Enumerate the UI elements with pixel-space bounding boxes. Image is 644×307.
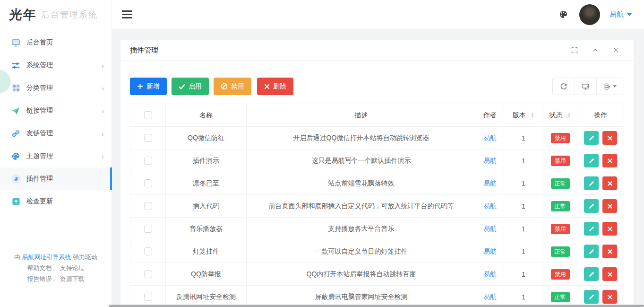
sort-icon[interactable]: ▲▼	[531, 113, 534, 118]
row-checkbox[interactable]	[144, 134, 152, 142]
status-cell: 正常	[543, 240, 577, 263]
author-link[interactable]: 易航	[483, 293, 497, 301]
row-checkbox[interactable]	[144, 225, 152, 233]
plugin-version: 1	[504, 263, 543, 285]
row-checkbox[interactable]	[144, 270, 152, 278]
row-checkbox-cell	[130, 263, 166, 285]
chevron-right-icon: ›	[102, 107, 104, 114]
x-icon	[607, 135, 613, 141]
edit-button[interactable]	[584, 176, 599, 190]
row-checkbox[interactable]	[144, 247, 152, 255]
delete-button[interactable]: 删除	[257, 78, 293, 95]
edit-button[interactable]	[584, 267, 599, 281]
user-avatar[interactable]	[579, 4, 600, 25]
edit-button[interactable]	[584, 131, 599, 145]
sidebar-item-themes[interactable]: 主题管理 ›	[0, 145, 112, 167]
author-cell: 易航	[476, 149, 504, 172]
refresh-button[interactable]	[553, 78, 575, 95]
edit-button[interactable]	[584, 154, 599, 167]
author-link[interactable]: 易航	[483, 134, 497, 142]
resource-download-link[interactable]: 资源下载	[60, 275, 85, 282]
row-checkbox[interactable]	[144, 157, 152, 165]
x-icon	[607, 294, 613, 300]
author-link[interactable]: 易航	[483, 157, 497, 165]
panel-title: 插件管理	[130, 46, 158, 55]
author-link[interactable]: 易航	[483, 270, 497, 279]
status-badge: 禁用	[551, 269, 570, 280]
table-row: QQ微信防红开启后通过QQ微信打开本站将自动跳转浏览器易航1禁用	[130, 127, 624, 149]
plugin-version: 1	[504, 240, 543, 263]
pencil-icon	[588, 226, 595, 232]
sidebar-item-category[interactable]: 分类管理 ›	[0, 77, 112, 99]
sidebar-item-links[interactable]: 链接管理 ›	[0, 99, 112, 122]
delete-row-button[interactable]	[602, 131, 617, 145]
collapse-button[interactable]	[591, 46, 600, 54]
delete-row-button[interactable]	[602, 222, 617, 236]
powered-link[interactable]: 易航网址引导系统	[22, 254, 71, 261]
delete-row-button[interactable]	[602, 267, 617, 281]
author-link[interactable]: 易航	[483, 247, 497, 256]
actions-cell	[577, 127, 624, 149]
sidebar-item-plugins[interactable]: 插件管理	[0, 167, 112, 190]
update-icon	[11, 197, 20, 206]
column-filter-button[interactable]	[596, 78, 624, 95]
footer-links-line-1: 帮助文档。支持论坛	[0, 263, 112, 273]
row-checkbox-cell	[130, 127, 166, 149]
sidebar-item-system[interactable]: 系统管理 ›	[0, 54, 112, 77]
plugin-name: 凛冬已至	[166, 172, 247, 194]
enable-button[interactable]: 启用	[172, 78, 209, 95]
sidebar-item-check-update[interactable]: 检查更新	[0, 190, 112, 213]
help-doc-link[interactable]: 帮助文档	[27, 264, 52, 272]
author-link[interactable]: 易航	[483, 202, 497, 211]
add-button-label: 新增	[146, 82, 160, 91]
close-button[interactable]	[612, 46, 620, 54]
sort-icon[interactable]: ▲▼	[567, 113, 571, 118]
fullscreen-button[interactable]	[570, 46, 579, 54]
pencil-icon	[588, 271, 595, 278]
pencil-icon	[588, 180, 595, 187]
report-error-link[interactable]: 报告错误	[27, 275, 52, 282]
header-version: 版本 ▲▼	[504, 104, 543, 126]
add-button[interactable]: 新增	[130, 78, 167, 95]
edit-button[interactable]	[584, 290, 599, 304]
user-dropdown[interactable]: 易航	[610, 10, 632, 19]
monitor-icon	[582, 83, 590, 90]
support-forum-link[interactable]: 支持论坛	[60, 264, 85, 272]
row-checkbox[interactable]	[144, 179, 152, 187]
sidebar-footer: 由 易航网址引导系统 强力驱动 帮助文档。支持论坛 报告错误。资源下载	[0, 252, 112, 307]
powered-by-line: 由 易航网址引导系统 强力驱动	[0, 252, 112, 263]
status-cell: 正常	[543, 195, 577, 217]
edit-button[interactable]	[584, 245, 599, 258]
actions-cell	[577, 172, 624, 194]
sidebar-item-label: 友链管理	[26, 129, 53, 138]
disable-button[interactable]: 禁用	[214, 78, 251, 95]
plugin-name: 插入代码	[166, 195, 247, 217]
select-all-checkbox[interactable]	[144, 111, 152, 119]
enable-button-label: 启用	[189, 82, 202, 91]
row-checkbox[interactable]	[144, 293, 152, 301]
author-cell: 易航	[476, 286, 504, 307]
delete-row-button[interactable]	[602, 154, 617, 167]
header-name: 名称	[166, 104, 247, 126]
status-cell: 禁用	[543, 218, 577, 240]
horizontal-scrollbar[interactable]	[109, 305, 644, 307]
plugin-name: QQ防举报	[166, 263, 247, 285]
header-version-label: 版本	[513, 111, 526, 120]
edit-button[interactable]	[584, 199, 599, 213]
panel-header: 插件管理	[120, 40, 634, 61]
delete-row-button[interactable]	[602, 176, 617, 190]
author-link[interactable]: 易航	[483, 179, 497, 188]
author-link[interactable]: 易航	[483, 225, 497, 233]
refresh-icon	[560, 83, 567, 90]
sidebar-item-home[interactable]: 后台首页	[0, 31, 112, 54]
row-checkbox[interactable]	[144, 202, 152, 210]
hamburger-menu-icon[interactable]	[122, 9, 133, 21]
sidebar-item-friend-links[interactable]: 友链管理 ›	[0, 122, 112, 145]
theme-palette-icon[interactable]	[559, 10, 568, 19]
dropdown-caret-icon	[627, 13, 632, 16]
delete-row-button[interactable]	[602, 290, 617, 304]
print-view-button[interactable]	[575, 78, 596, 95]
delete-row-button[interactable]	[602, 199, 617, 213]
delete-row-button[interactable]	[602, 245, 617, 258]
edit-button[interactable]	[584, 222, 599, 236]
